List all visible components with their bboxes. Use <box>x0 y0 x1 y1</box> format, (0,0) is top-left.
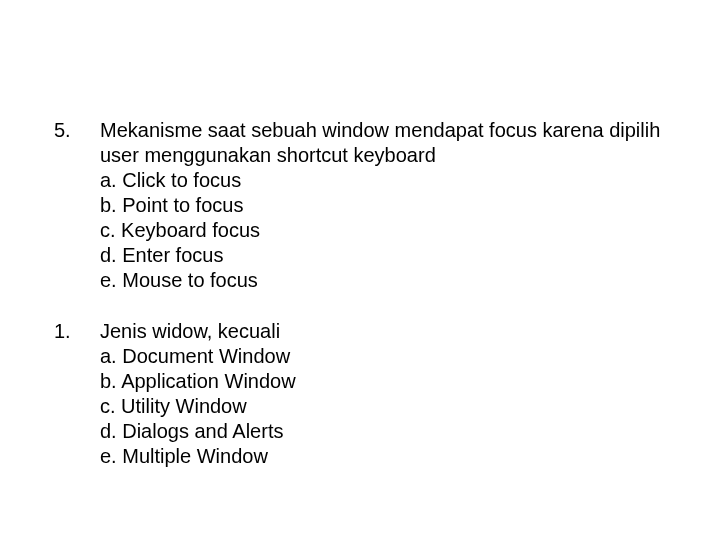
question-text: Mekanisme saat sebuah window mendapat fo… <box>100 118 670 168</box>
question-number: 5. <box>54 118 100 293</box>
question-body: Jenis widow, kecuali a. Document Window … <box>100 319 670 469</box>
question-text: Jenis widow, kecuali <box>100 319 670 344</box>
question-option: e. Multiple Window <box>100 444 670 469</box>
question-option: b. Point to focus <box>100 193 670 218</box>
question-option: b. Application Window <box>100 369 670 394</box>
question-option: d. Dialogs and Alerts <box>100 419 670 444</box>
question-option: a. Click to focus <box>100 168 670 193</box>
question-number: 1. <box>54 319 100 469</box>
question-option: e. Mouse to focus <box>100 268 670 293</box>
question-option: c. Utility Window <box>100 394 670 419</box>
question-item: 1. Jenis widow, kecuali a. Document Wind… <box>54 319 670 469</box>
question-option: c. Keyboard focus <box>100 218 670 243</box>
question-option: a. Document Window <box>100 344 670 369</box>
question-body: Mekanisme saat sebuah window mendapat fo… <box>100 118 670 293</box>
question-option: d. Enter focus <box>100 243 670 268</box>
question-item: 5. Mekanisme saat sebuah window mendapat… <box>54 118 670 293</box>
